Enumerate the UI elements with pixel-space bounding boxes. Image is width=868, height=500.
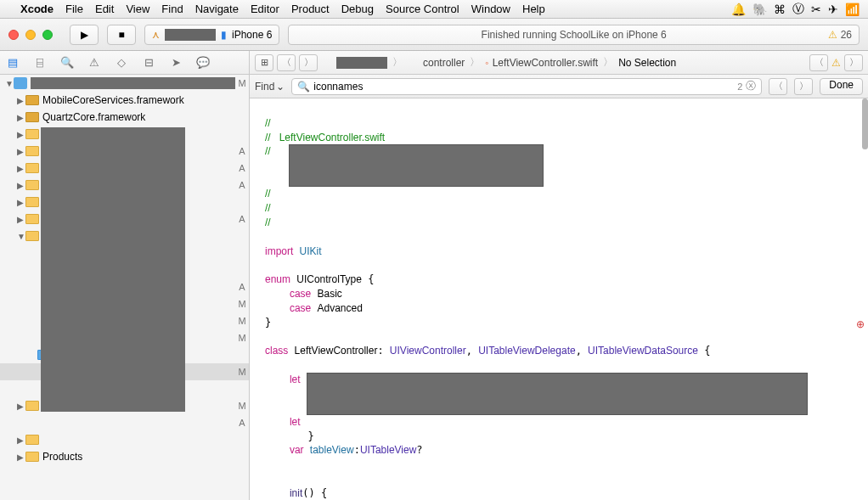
vertical-scrollbar[interactable] <box>862 98 868 149</box>
find-done-button[interactable]: Done <box>820 78 863 95</box>
menu-help[interactable]: Help <box>522 3 545 15</box>
issue-navigator-tab[interactable]: ⚠ <box>87 55 102 70</box>
find-bar: Find ⌄ 🔍 2 ⓧ 〈 〉 Done <box>250 75 868 98</box>
close-window-button[interactable] <box>8 30 19 40</box>
status-icon[interactable]: ✂ <box>811 3 821 16</box>
status-icon[interactable]: ✈ <box>828 3 838 16</box>
xcode-toolbar: ▶ ■ ⋏ ▮ iPhone 6 Finished running School… <box>0 19 868 51</box>
project-navigator-tab[interactable]: ▤ <box>5 55 20 70</box>
find-input[interactable] <box>313 81 734 93</box>
chevron-updown-icon: ⌄ <box>276 81 285 93</box>
folder-icon <box>25 435 39 445</box>
status-icon[interactable]: ⌘ <box>774 3 786 16</box>
related-items-button[interactable]: ⊞ <box>255 54 273 71</box>
report-navigator-tab[interactable]: 💬 <box>195 55 211 70</box>
symbol-navigator-tab[interactable]: ⌸ <box>32 55 48 70</box>
back-button[interactable]: 〈 <box>277 54 296 71</box>
minimize-window-button[interactable] <box>25 30 36 40</box>
redacted-scheme-name <box>165 29 216 41</box>
device-icon: ▮ <box>221 29 227 41</box>
menu-find[interactable]: Find <box>161 3 183 15</box>
redacted-project <box>336 57 387 69</box>
zoom-window-button[interactable] <box>42 30 53 40</box>
menu-debug[interactable]: Debug <box>341 3 374 15</box>
folder-icon <box>25 129 39 139</box>
warning-icon[interactable]: ⚠ <box>831 57 841 69</box>
wifi-icon[interactable]: 📶 <box>845 3 860 16</box>
tree-row-project[interactable]: ▼ M <box>0 75 249 92</box>
project-icon <box>14 77 27 89</box>
menu-view[interactable]: View <box>126 3 149 15</box>
folder-icon <box>25 214 39 224</box>
find-mode-selector[interactable]: Find ⌄ <box>255 81 285 93</box>
menu-window[interactable]: Window <box>471 3 510 15</box>
menu-product[interactable]: Product <box>291 3 330 15</box>
prev-issue-button[interactable]: 〈 <box>809 54 828 71</box>
tree-item-label: QuartzCore.framework <box>42 111 249 123</box>
app-icon: ⋏ <box>152 29 160 41</box>
status-icon[interactable]: 🔔 <box>731 3 746 16</box>
find-next-button[interactable]: 〉 <box>794 78 813 95</box>
disclosure-triangle-icon[interactable]: ▶ <box>17 113 25 122</box>
test-navigator-tab[interactable]: ◇ <box>114 55 129 70</box>
tree-row[interactable]: ▶ <box>0 431 249 448</box>
tree-row-products[interactable]: ▶Products <box>0 448 249 465</box>
folder-icon <box>25 452 39 462</box>
macos-menubar: Xcode File Edit View Find Navigate Edito… <box>0 0 868 19</box>
scm-status: M <box>235 78 249 88</box>
redacted-comment <box>289 144 544 187</box>
find-result-count: 2 <box>737 81 742 92</box>
find-navigator-tab[interactable]: 🔍 <box>59 55 75 70</box>
status-text: Finished running SchoolLike on iPhone 6 <box>482 29 667 41</box>
folder-icon <box>408 59 420 67</box>
error-marker-icon[interactable]: ⊕ <box>856 317 865 332</box>
menu-editor[interactable]: Editor <box>251 3 279 15</box>
find-prev-button[interactable]: 〈 <box>769 78 787 95</box>
scheme-selector[interactable]: ⋏ ▮ iPhone 6 <box>144 25 279 45</box>
folder-icon <box>25 146 39 156</box>
navigator-panel: ▤ ⌸ 🔍 ⚠ ◇ ⊟ ➤ 💬 ▼ M ▶ MobileCoreServices… <box>0 51 250 500</box>
menu-navigate[interactable]: Navigate <box>195 3 239 15</box>
project-icon <box>321 58 333 68</box>
warning-icon[interactable]: ⚠ <box>828 29 837 41</box>
framework-icon <box>25 112 39 122</box>
code-editor[interactable]: // // LeftViewController.swift // // // … <box>250 98 868 500</box>
jump-bar[interactable]: ⊞ 〈 〉 〉 controller 〉 ◦LeftViewController… <box>250 51 868 75</box>
tree-item-label: MobileCoreServices.framework <box>42 94 249 106</box>
redacted-project-name <box>31 77 235 89</box>
run-button[interactable]: ▶ <box>70 25 99 45</box>
device-name: iPhone 6 <box>232 29 272 41</box>
disclosure-triangle-icon[interactable]: ▼ <box>5 79 14 88</box>
framework-icon <box>25 95 39 105</box>
menu-edit[interactable]: Edit <box>95 3 114 15</box>
clear-search-icon[interactable]: ⓧ <box>746 79 756 93</box>
menu-source-control[interactable]: Source Control <box>386 3 459 15</box>
next-issue-button[interactable]: 〉 <box>844 54 863 71</box>
status-icon[interactable]: Ⓥ <box>792 2 804 17</box>
folder-icon <box>25 401 39 411</box>
disclosure-triangle-icon[interactable]: ▶ <box>17 96 25 105</box>
window-controls <box>8 30 53 40</box>
forward-button[interactable]: 〉 <box>299 54 318 71</box>
debug-navigator-tab[interactable]: ⊟ <box>141 55 156 70</box>
swift-file-icon: ◦ <box>485 57 488 69</box>
find-input-wrapper: 🔍 2 ⓧ <box>291 78 762 95</box>
folder-icon <box>25 197 39 207</box>
search-icon: 🔍 <box>297 81 310 93</box>
tree-row[interactable]: A <box>0 414 249 431</box>
breakpoint-navigator-tab[interactable]: ➤ <box>168 55 183 70</box>
stop-button[interactable]: ■ <box>107 25 136 45</box>
editor-area: ⊞ 〈 〉 〉 controller 〉 ◦LeftViewController… <box>250 51 868 500</box>
menu-file[interactable]: File <box>65 3 83 15</box>
folder-icon <box>25 163 39 173</box>
project-tree[interactable]: ▼ M ▶ MobileCoreServices.framework ▶ Qua… <box>0 75 249 500</box>
tree-row[interactable]: ▶ MobileCoreServices.framework <box>0 92 249 109</box>
warning-count[interactable]: 26 <box>841 29 852 41</box>
evernote-icon[interactable]: 🐘 <box>752 3 767 16</box>
folder-icon <box>25 231 39 241</box>
app-name[interactable]: Xcode <box>20 3 54 15</box>
redacted-code <box>307 373 808 415</box>
jump-bar-selection[interactable]: No Selection <box>618 57 676 69</box>
tree-row[interactable]: ▶ QuartzCore.framework <box>0 109 249 126</box>
activity-status-bar: Finished running SchoolLike on iPhone 6 … <box>288 25 860 45</box>
